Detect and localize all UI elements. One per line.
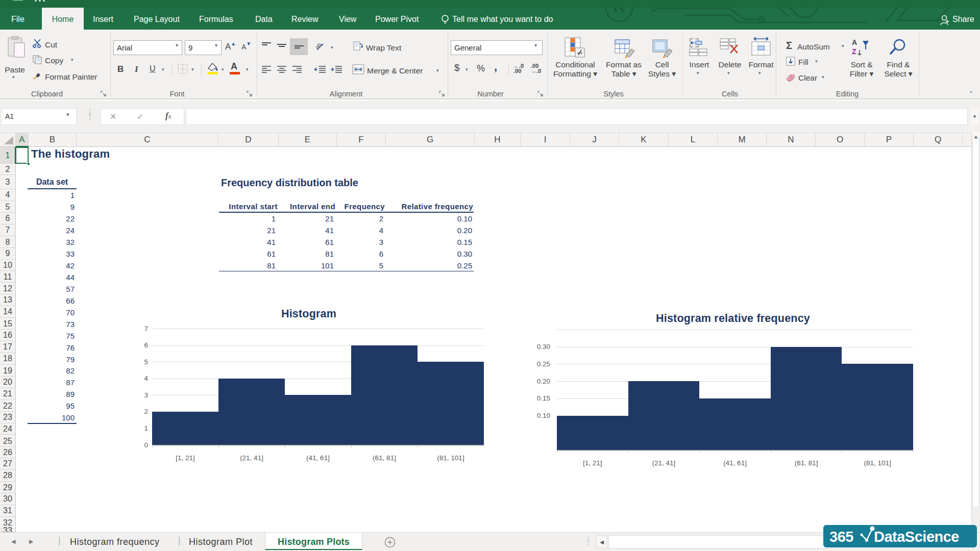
svg-text:A: A	[852, 38, 857, 46]
svg-text:ab: ab	[315, 41, 323, 50]
svg-text:Z: Z	[852, 47, 856, 56]
